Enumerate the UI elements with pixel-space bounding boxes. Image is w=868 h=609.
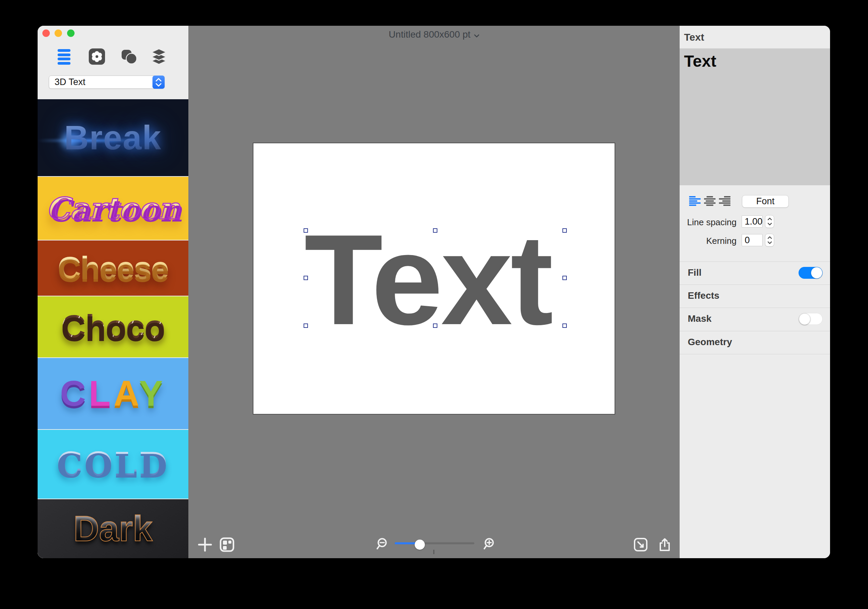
collage-icon[interactable] <box>220 537 234 552</box>
style-preset-clay[interactable]: CLAY <box>37 358 188 429</box>
align-right-icon[interactable] <box>719 196 730 206</box>
style-preset-cold[interactable]: COLD <box>37 430 188 499</box>
line-spacing-input[interactable] <box>742 215 763 228</box>
kerning-input[interactable] <box>742 234 763 246</box>
style-preset-break[interactable]: Break <box>37 99 188 176</box>
selection-handle-middle-right[interactable] <box>563 276 567 280</box>
zoom-out-icon[interactable] <box>376 538 390 552</box>
zoom-slider-track[interactable] <box>395 542 474 544</box>
selection-handle-top-left[interactable] <box>304 228 308 233</box>
font-button[interactable]: Font <box>742 195 789 208</box>
style-preset-choco[interactable]: Choco <box>37 296 188 357</box>
zoom-in-icon[interactable] <box>482 538 495 552</box>
align-center-icon[interactable] <box>704 196 716 206</box>
line-spacing-label: Line spacing <box>680 217 736 228</box>
sidebar-header: 3D Text <box>37 26 188 99</box>
inspector-panel: Text Text Font Line <box>680 26 830 558</box>
style-preset-label: Cartoon <box>46 191 180 226</box>
divider <box>680 262 830 262</box>
section-mask-label: Mask <box>688 313 711 324</box>
selection-handle-top-right[interactable] <box>563 228 567 233</box>
selection-handle-top-center[interactable] <box>433 228 437 233</box>
section-geometry-label[interactable]: Geometry <box>688 337 732 347</box>
divider <box>680 354 830 354</box>
mask-toggle[interactable] <box>798 313 823 325</box>
selection-handle-middle-left[interactable] <box>304 276 308 280</box>
layers-icon[interactable] <box>151 48 167 65</box>
fill-toggle[interactable] <box>798 267 823 279</box>
minimize-window-button[interactable] <box>54 29 62 37</box>
text-content-value: Text <box>684 52 716 70</box>
text-styles-icon[interactable] <box>57 49 70 65</box>
selection-handle-bottom-center[interactable] <box>433 324 437 328</box>
style-preset-label: Dark <box>73 508 152 549</box>
expand-icon[interactable] <box>633 537 648 552</box>
style-preset-label: Break <box>64 118 162 157</box>
dropdown-stepper-icon[interactable] <box>152 76 165 89</box>
style-presets-list: Break Cartoon Cheese Choco CLAY COLD Dar… <box>37 99 188 558</box>
zoom-slider-thumb[interactable] <box>415 539 425 550</box>
canvas-text-object[interactable]: Text <box>304 215 551 344</box>
style-preset-label: COLD <box>57 445 169 483</box>
plus-icon[interactable] <box>197 537 212 552</box>
style-preset-label: CLAY <box>60 373 166 414</box>
document-title-text: Untitled 800x600 pt <box>389 29 470 40</box>
style-category-dropdown[interactable]: 3D Text <box>49 76 165 89</box>
app-window: 3D Text Break Cartoon Cheese <box>37 26 830 558</box>
toggle-knob <box>799 313 811 325</box>
sidebar: 3D Text Break Cartoon Cheese <box>37 26 188 558</box>
share-icon[interactable] <box>657 537 672 552</box>
zoom-window-button[interactable] <box>67 29 74 37</box>
kerning-label: Kerning <box>680 236 736 246</box>
selection-handle-bottom-left[interactable] <box>304 324 308 328</box>
document-title[interactable]: Untitled 800x600 pt <box>188 29 680 40</box>
gear-icon[interactable] <box>89 48 105 65</box>
line-spacing-stepper[interactable] <box>765 215 774 228</box>
style-preset-cheese[interactable]: Cheese <box>37 240 188 296</box>
kerning-stepper[interactable] <box>765 234 774 246</box>
style-preset-label: Choco <box>61 308 165 347</box>
chevron-down-icon <box>474 34 479 37</box>
shapes-icon[interactable] <box>121 48 137 65</box>
canvas-area: Untitled 800x600 pt Text <box>188 26 680 558</box>
panel-header-title: Text <box>684 26 704 48</box>
align-left-icon[interactable] <box>689 196 701 206</box>
divider <box>680 331 830 331</box>
style-preset-label: Cheese <box>58 249 168 287</box>
text-content-editor[interactable]: Text <box>680 48 830 185</box>
document-canvas[interactable]: Text <box>253 143 615 414</box>
close-window-button[interactable] <box>42 29 50 37</box>
section-effects-label[interactable]: Effects <box>688 290 719 301</box>
dropdown-selected-value: 3D Text <box>54 76 85 88</box>
style-preset-dark[interactable]: Dark <box>37 499 188 558</box>
divider <box>680 285 830 285</box>
selection-handle-bottom-right[interactable] <box>563 324 567 328</box>
toggle-knob <box>811 267 822 279</box>
style-preset-cartoon[interactable]: Cartoon <box>37 177 188 240</box>
section-fill-label: Fill <box>688 267 701 278</box>
zoom-center-tick <box>433 550 434 554</box>
